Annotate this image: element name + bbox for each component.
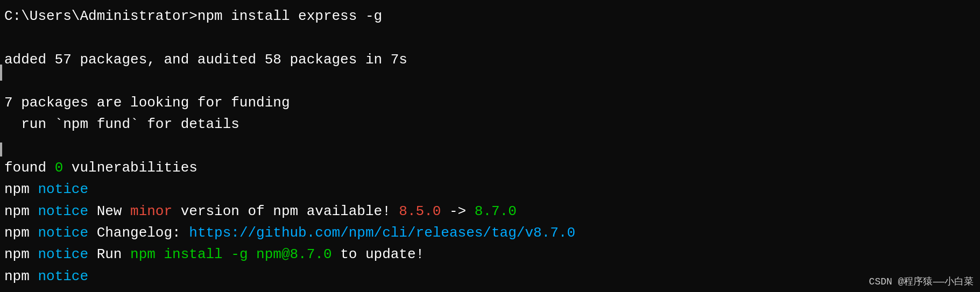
text-arrow: -> <box>441 203 474 219</box>
terminal-line-13: npm notice <box>4 266 976 287</box>
text-install-cmd: npm install -g npm@8.7.0 <box>130 246 332 262</box>
text-npm: npm <box>4 246 38 262</box>
text-notice: notice <box>38 181 88 197</box>
text-vulnerabilities: vulnerabilities <box>63 160 198 176</box>
text-minor: minor <box>130 203 172 219</box>
text-to-update: to update! <box>332 246 425 262</box>
text-npm: npm <box>4 268 38 284</box>
text-found: found <box>4 160 55 176</box>
text-new-version: 8.7.0 <box>475 203 517 219</box>
text-segment: 7 packages are looking for funding <box>4 95 290 111</box>
text-version: version of npm available! <box>172 203 399 219</box>
text-notice: notice <box>38 225 88 241</box>
terminal-line-2 <box>4 27 976 48</box>
text-run: Run <box>88 246 130 262</box>
text-old-version: 8.5.0 <box>399 203 441 219</box>
terminal-line-7 <box>4 136 976 157</box>
text-notice: notice <box>38 268 88 284</box>
text-segment: run `npm fund` for details <box>4 116 239 132</box>
terminal-line-9: npm notice <box>4 179 976 200</box>
terminal-line-1: C:\Users\Administrator>npm install expre… <box>4 5 976 27</box>
text-npm: npm <box>4 225 38 241</box>
terminal-line-14 <box>4 287 976 292</box>
text-changelog: Changelog: <box>88 225 189 241</box>
text-notice: notice <box>38 203 88 219</box>
terminal-line-10: npm notice New minor version of npm avai… <box>4 201 976 222</box>
terminal-window: C:\Users\Administrator>npm install expre… <box>0 0 980 292</box>
text-segment: C:\Users\Administrator>npm install expre… <box>4 8 382 24</box>
text-segment: added 57 packages, and audited 58 packag… <box>4 52 407 68</box>
terminal-line-8: found 0 vulnerabilities <box>4 157 976 179</box>
text-new: New <box>88 203 130 219</box>
text-zero: 0 <box>55 160 64 176</box>
text-notice: notice <box>38 246 88 262</box>
terminal-line-4 <box>4 70 976 92</box>
terminal-line-6: run `npm fund` for details <box>4 113 976 135</box>
watermark: CSDN @程序猿——小白菜 <box>869 275 974 288</box>
left-bar-2 <box>0 143 2 156</box>
terminal-line-11: npm notice Changelog: https://github.com… <box>4 222 976 244</box>
text-link: https://github.com/npm/cli/releases/tag/… <box>189 225 575 241</box>
text-npm: npm <box>4 203 38 219</box>
text-npm: npm <box>4 181 38 197</box>
terminal-line-12: npm notice Run npm install -g npm@8.7.0 … <box>4 244 976 265</box>
left-bar-1 <box>0 65 2 81</box>
terminal-line-5: 7 packages are looking for funding <box>4 92 976 113</box>
terminal-line-3: added 57 packages, and audited 58 packag… <box>4 49 976 70</box>
